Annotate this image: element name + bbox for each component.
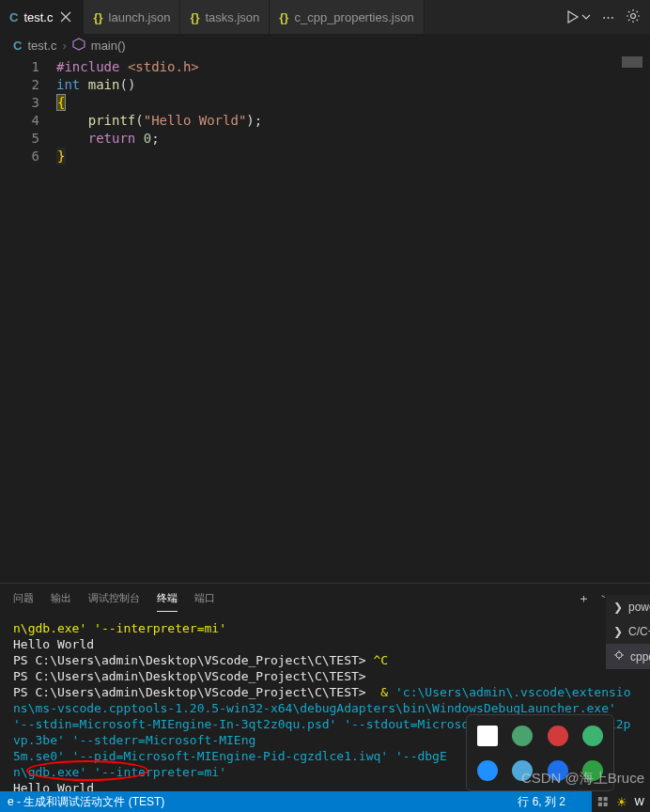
tray-app-icon[interactable] (477, 760, 498, 781)
tab-label: launch.json (109, 10, 171, 24)
c-file-icon: C (9, 10, 18, 24)
svg-point-0 (631, 13, 636, 18)
tab-c-cpp-properties-json[interactable]: {} c_cpp_properties.json (270, 0, 424, 34)
tray-app-icon[interactable] (548, 726, 568, 746)
method-icon (72, 38, 85, 54)
terminal-item-cppdbg[interactable]: cppc (606, 644, 650, 669)
new-terminal-button[interactable]: ＋ (578, 590, 590, 607)
svg-rect-2 (598, 797, 602, 801)
line-number-gutter: 123456 (0, 58, 56, 165)
tray-app-icon[interactable] (512, 726, 533, 746)
tab-launch-json[interactable]: {} launch.json (84, 0, 180, 34)
terminal-tab[interactable]: 终端 (157, 586, 178, 612)
tray-app-icon[interactable] (582, 726, 603, 746)
tab-tasks-json[interactable]: {} tasks.json (180, 0, 270, 34)
terminal-item-c-cpp[interactable]: ❯ C/C+ (606, 619, 650, 644)
status-cursor-position[interactable]: 行 6, 列 2 (518, 794, 565, 810)
tray-app-icon[interactable] (477, 726, 498, 746)
output-tab[interactable]: 输出 (51, 586, 71, 611)
debug-icon (613, 649, 625, 664)
more-actions-button[interactable]: ⋯ (602, 10, 614, 24)
json-file-icon: {} (279, 10, 288, 24)
tab-label: test.c (23, 10, 53, 24)
ports-tab[interactable]: 端口 (194, 586, 215, 611)
json-file-icon: {} (93, 10, 102, 24)
svg-rect-4 (598, 803, 602, 806)
tab-label: tasks.json (206, 10, 260, 24)
weather-icon[interactable]: ☀ (616, 795, 627, 809)
terminal-list: ❯ powe ❯ C/C+ cppc (605, 595, 650, 669)
windows-taskbar-segment: ☀ W (592, 791, 650, 812)
breadcrumb-symbol: main() (91, 39, 126, 53)
breadcrumbs[interactable]: C test.c › main() (0, 34, 650, 56)
status-bar: e - 生成和调试活动文件 (TEST) 行 6, 列 2 (0, 791, 650, 812)
tab-bar: C test.c {} launch.json {} tasks.json {}… (0, 0, 650, 34)
c-file-icon: C (13, 39, 22, 53)
tab-label: c_cpp_properties.json (294, 10, 413, 24)
terminal-item-powershell[interactable]: ❯ powe (606, 595, 650, 619)
code-content[interactable]: #include <stdio.h>int main(){ printf("He… (56, 58, 650, 165)
panel-tab-bar: 问题 输出 调试控制台 终端 端口 ＋ ﹀ ⋯ (0, 583, 650, 613)
terminal-icon: ❯ (613, 601, 623, 614)
windows-icon (597, 795, 609, 808)
chevron-right-icon: › (62, 39, 66, 53)
debug-console-tab[interactable]: 调试控制台 (88, 586, 140, 611)
svg-rect-5 (604, 803, 608, 806)
run-debug-button[interactable] (566, 10, 591, 23)
svg-point-1 (616, 652, 622, 658)
settings-icon[interactable] (626, 8, 641, 26)
code-editor[interactable]: 123456 #include <stdio.h>int main(){ pri… (0, 56, 650, 583)
status-task[interactable]: e - 生成和调试活动文件 (TEST) (8, 794, 164, 810)
json-file-icon: {} (190, 10, 199, 24)
watermark-text: CSDN @海上Bruce (521, 770, 644, 788)
svg-rect-3 (604, 797, 608, 801)
terminal-icon: ❯ (613, 625, 623, 638)
problems-tab[interactable]: 问题 (13, 586, 34, 611)
taskbar-text: W (635, 796, 644, 807)
breadcrumb-file: test.c (27, 39, 56, 53)
minimap[interactable] (622, 56, 642, 68)
tab-test-c[interactable]: C test.c (0, 0, 84, 34)
close-icon[interactable] (58, 9, 73, 24)
